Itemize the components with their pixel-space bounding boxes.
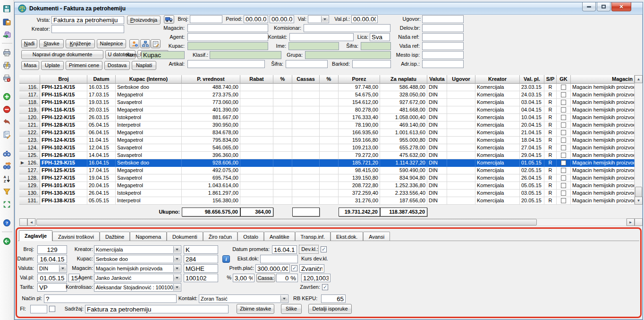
sifra2-input[interactable] <box>286 60 328 68</box>
gk-checkbox[interactable] <box>561 168 566 173</box>
column-header[interactable]: Cassas <box>292 75 320 84</box>
vasa-ref-input[interactable] <box>422 42 464 50</box>
d-kreator-select[interactable]: Komercijala <box>94 245 181 254</box>
komisionar-input[interactable] <box>304 24 390 32</box>
uplate-button[interactable]: Uplate <box>41 61 64 70</box>
table-row[interactable]: 120.FPH-122-K/1526.03.15Istokpetrol881.6… <box>19 114 635 121</box>
v-scrollbar[interactable] <box>635 75 643 205</box>
period-to-input[interactable] <box>270 15 294 23</box>
scroll-right-button[interactable]: ► <box>627 218 635 226</box>
table-row[interactable]: 125.FPH-126-K/1514.04.15Savapetrol396.36… <box>19 152 635 159</box>
d-kontrolisao-select[interactable]: Aleksandar Stojadinović : 100100 <box>94 283 181 292</box>
ime-input[interactable] <box>288 42 339 50</box>
table-row-selected[interactable]: ▶126.FPH-129-K/1516.04.15Serbskoe doo928… <box>19 159 635 167</box>
find-next-icon[interactable] <box>2 161 12 171</box>
tab-napomena[interactable]: Napomena <box>130 232 167 241</box>
gk-checkbox[interactable] <box>561 85 566 90</box>
archive-icon[interactable] <box>2 29 12 39</box>
gk-checkbox[interactable] <box>561 153 566 158</box>
d-zavrsen-checkbox[interactable]: ✓ <box>322 284 328 290</box>
klasif-input[interactable] <box>210 51 281 59</box>
column-header[interactable]: Magacin <box>571 75 635 84</box>
column-header[interactable]: Porez <box>339 75 380 84</box>
table-row[interactable]: 121.FPH-128-K/1505.04.15Interpetrol390.9… <box>19 121 635 129</box>
save-all-icon[interactable] <box>2 16 12 26</box>
magacin-filter-input[interactable] <box>187 24 268 32</box>
d-kupac-select[interactable]: Serbskoe doo <box>94 255 181 263</box>
table-row[interactable]: 119.FPH-116-K/1520.03.15Megapetrol401.39… <box>19 106 635 114</box>
table-row[interactable]: 123.FPH-124-K/1511.04.15Megapetrol795.83… <box>19 137 635 144</box>
filter-icon[interactable] <box>2 186 12 197</box>
column-header[interactable]: % <box>273 75 292 84</box>
column-header[interactable]: Rabat <box>240 75 273 84</box>
d-zvanicni-input[interactable] <box>299 264 324 273</box>
truck-button[interactable] <box>164 15 174 24</box>
scroll-left-button[interactable]: ◄ <box>27 218 35 226</box>
tab-transp-inf-[interactable]: Transp.inf. <box>295 232 331 241</box>
dostava-button[interactable]: Dostava <box>104 61 130 70</box>
v-scroll-thumb[interactable] <box>635 187 642 197</box>
valpl-filter-input[interactable] <box>351 15 378 23</box>
org-chart-button[interactable] <box>140 39 150 48</box>
sort-az-icon[interactable]: AZ <box>2 173 12 184</box>
gk-checkbox[interactable] <box>561 138 566 143</box>
edit-notes-button[interactable] <box>151 39 161 48</box>
kupac-filter-input[interactable] <box>187 42 268 50</box>
h-scroll-sizer[interactable] <box>19 218 27 226</box>
d-prethplac-checkbox[interactable]: ✓ <box>291 265 297 271</box>
d-devkl-checkbox[interactable]: ✓ <box>321 246 327 252</box>
kom-input[interactable] <box>141 51 185 59</box>
d-prethplac-input[interactable] <box>255 264 290 273</box>
grupa-input[interactable] <box>305 51 391 59</box>
val-select[interactable] <box>308 15 329 23</box>
column-header[interactable] <box>19 75 40 84</box>
delovbr-input[interactable] <box>422 24 464 32</box>
table-row[interactable]: 128.FPH-127-K/1519.04.15Savapetrol695.75… <box>19 174 635 182</box>
print-setup-icon[interactable] <box>2 73 12 83</box>
delete-icon[interactable] <box>2 104 12 114</box>
d-magacin-select[interactable]: Magacin hemijskih proizvoda <box>94 264 181 273</box>
d-agent-code-input[interactable] <box>184 274 218 282</box>
primeni-cene-button[interactable]: Primeni cene <box>66 61 102 70</box>
ugovor-filter-input[interactable] <box>422 15 464 23</box>
column-header[interactable]: S/P <box>544 75 557 84</box>
table-row[interactable]: 122.FPH-123-K/1506.04.15Megapetrol834.67… <box>19 129 635 137</box>
column-header[interactable]: P. vrednost <box>182 75 240 84</box>
column-header[interactable]: Kupac (Interno) <box>116 75 182 84</box>
scroll-up-button[interactable]: ▲ <box>635 75 643 83</box>
masa-button[interactable]: Masa <box>21 61 39 70</box>
d-kontakt-select[interactable]: Zoran Tasić <box>199 294 288 303</box>
tab--iro-ra-un[interactable]: Žiro račun <box>203 232 238 241</box>
gk-checkbox[interactable] <box>561 145 566 150</box>
table-row[interactable]: 124.FPH-102-K/1512.04.15Savapetrol546.06… <box>19 144 635 152</box>
d-fi-input[interactable] <box>30 305 47 313</box>
add-icon[interactable] <box>2 91 12 102</box>
d-datum-input[interactable] <box>37 255 67 263</box>
d-magacin-code-input[interactable] <box>184 264 218 273</box>
maximize-button[interactable] <box>597 2 610 11</box>
zbirne-stavke-button[interactable]: Zbirne stavke <box>237 304 274 314</box>
tab-analitike[interactable]: Analitike <box>264 232 295 241</box>
d-valuta-select[interactable]: DIN <box>37 264 67 273</box>
undo-icon[interactable] <box>2 117 12 127</box>
print-icon[interactable] <box>2 47 12 58</box>
gk-checkbox[interactable] <box>561 183 566 188</box>
column-header[interactable]: GK <box>557 75 571 84</box>
column-header[interactable]: Kreator <box>475 75 520 84</box>
d-ekstdok-input[interactable] <box>260 255 298 263</box>
d-broj-input[interactable] <box>37 245 67 254</box>
proizvodnja-button[interactable]: Proizvodnja <box>127 16 161 25</box>
knjizenje-button[interactable]: Knjiženje <box>66 39 95 48</box>
edit-icon[interactable] <box>2 130 12 140</box>
column-header[interactable]: % <box>320 75 339 84</box>
tab-zaglavlje[interactable]: Zaglavlje <box>19 230 52 241</box>
nalepnice-button[interactable]: Nalepnice <box>97 39 126 48</box>
fit-icon[interactable] <box>2 199 12 209</box>
column-header[interactable]: Broj <box>40 75 87 84</box>
cassa-button[interactable]: Cassa: <box>256 274 275 282</box>
info-button[interactable]: i <box>222 255 230 263</box>
column-header[interactable]: Ugovor <box>447 75 475 84</box>
find-icon[interactable] <box>2 148 12 158</box>
d-rb-kepu-input[interactable] <box>321 294 346 303</box>
barkod-input[interactable] <box>352 60 391 68</box>
